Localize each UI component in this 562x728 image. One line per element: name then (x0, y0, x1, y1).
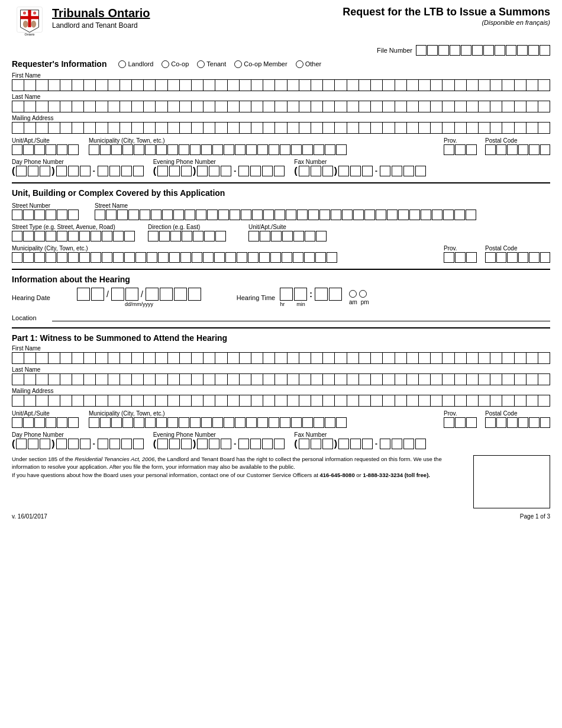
hearing-time-section: Hearing Time : hr min am pm (237, 288, 369, 307)
radio-other[interactable]: Other (296, 60, 322, 68)
file-box-4[interactable] (450, 45, 460, 56)
file-box-11[interactable] (528, 45, 539, 56)
requester-first-name-field[interactable] (12, 79, 550, 91)
radio-label-coop-member: Co-op Member (244, 60, 287, 67)
witness-postal-label: Postal Code (485, 410, 550, 417)
radio-circle-coop[interactable] (162, 60, 169, 68)
requester-evening-phone-label: Evening Phone Number (153, 159, 285, 165)
witness-evening-phone-group: Evening Phone Number ( ) - (153, 429, 285, 449)
requester-muni-group: Municipality (City, Town, etc.) (89, 135, 438, 155)
radio-coop-member[interactable]: Co-op Member (234, 60, 287, 68)
file-box-7[interactable] (483, 45, 494, 56)
am-label: am (349, 299, 357, 305)
witness-first-name-field[interactable] (12, 352, 550, 364)
file-number-row: File Number (12, 45, 550, 56)
witness-muni-group: Municipality (City, Town, etc.) (89, 408, 438, 428)
hr-label: hr (280, 301, 285, 307)
requester-day-phone-group: Day Phone Number ( ) - (12, 156, 144, 176)
radio-tenant[interactable]: Tenant (197, 60, 226, 68)
radio-circle-landlord[interactable] (118, 60, 126, 68)
time-units: hr min (280, 301, 305, 307)
svg-text:Ontario: Ontario (25, 33, 35, 36)
file-number-label: File Number (377, 47, 412, 54)
svg-point-3 (23, 11, 26, 14)
requester-last-name-field[interactable] (12, 101, 550, 112)
requester-unit-group: Unit/Apt./Suite (12, 135, 83, 155)
org-subtitle: Landlord and Tenant Board (52, 21, 150, 30)
witness-mailing-field[interactable] (12, 395, 550, 407)
file-box-3[interactable] (438, 45, 449, 56)
file-box-8[interactable] (495, 45, 505, 56)
witness-section-divider (12, 327, 550, 328)
ampm-labels: am pm (349, 299, 369, 305)
requester-radio-group: Landlord Co-op Tenant Co-op Member Other (118, 60, 321, 68)
witness-prov-label: Prov. (444, 410, 479, 417)
file-box-12[interactable] (540, 45, 550, 56)
radio-circle-other[interactable] (296, 60, 303, 68)
file-number-boxes (416, 45, 550, 56)
file-box-5[interactable] (461, 45, 471, 56)
radio-am[interactable] (349, 290, 357, 298)
org-name: Tribunals Ontario (52, 6, 150, 20)
privacy-signature-box (473, 455, 550, 508)
witness-postal-group: Postal Code (485, 408, 550, 428)
witness-fax-label: Fax Number (294, 431, 426, 438)
hearing-date-boxes: / / (77, 288, 201, 301)
file-box-9[interactable] (506, 45, 516, 56)
direction-group: Direction (e.g. East) (148, 221, 243, 241)
location-row: Location (12, 312, 550, 321)
radio-landlord[interactable]: Landlord (118, 60, 153, 68)
file-box-6[interactable] (472, 45, 483, 56)
unit-address-row: Municipality (City, Town, etc.) Prov. Po… (12, 243, 550, 263)
witness-evening-phone-label: Evening Phone Number (153, 431, 285, 438)
witness-phone-row: Day Phone Number ( ) - Evening Phone Num… (12, 429, 550, 449)
street-num-group: Street Number (12, 200, 89, 220)
svg-point-4 (28, 11, 31, 14)
unit-postal-group: Postal Code (485, 243, 550, 263)
witness-fax-group: Fax Number ( ) - (294, 429, 426, 449)
header-right: Request for the LTB to Issue a Summons (… (343, 6, 550, 26)
requester-mailing-label: Mailing Address (12, 115, 550, 121)
requester-evening-phone-boxes: ( ) - (153, 166, 285, 176)
privacy-text: Under section 185 of the Residential Ten… (12, 455, 467, 508)
witness-address-row2: Unit/Apt./Suite Municipality (City, Town… (12, 408, 550, 428)
file-box-10[interactable] (517, 45, 528, 56)
radio-pm[interactable] (359, 290, 367, 298)
svg-rect-2 (21, 16, 39, 19)
requester-first-name-label: First Name (12, 72, 550, 79)
witness-first-name-label: First Name (12, 345, 550, 352)
requester-phone-row: Day Phone Number ( ) - Evening Phone Num… (12, 156, 550, 176)
unit-small-group: Unit/Apt./Suite (248, 221, 337, 241)
witness-muni-label: Municipality (City, Town, etc.) (89, 410, 438, 417)
unit-postal-label: Postal Code (485, 245, 550, 252)
page-header: Ontario Tribunals Ontario Landlord and T… (12, 6, 550, 41)
requester-mailing-field[interactable] (12, 122, 550, 134)
page-number: Page 1 of 3 (520, 513, 550, 520)
page-footer: v. 16/01/2017 Page 1 of 3 (12, 513, 550, 520)
witness-day-phone-label: Day Phone Number (12, 431, 144, 438)
witness-unit-label: Unit/Apt./Suite (12, 410, 83, 417)
ontario-logo: Ontario (12, 6, 47, 41)
radio-circle-coop-member[interactable] (234, 60, 242, 68)
hearing-row: Hearing Date / / dd/mm/yyyy Hearing Time… (12, 288, 550, 307)
witness-last-name-label: Last Name (12, 366, 550, 373)
unit-prov-group: Prov. (444, 243, 479, 263)
direction-label: Direction (e.g. East) (148, 224, 243, 230)
witness-fax-boxes: ( ) - (294, 439, 426, 449)
min-label: min (296, 301, 305, 307)
file-box-1[interactable] (416, 45, 427, 56)
ampm-wrapper: am pm (349, 290, 369, 305)
ampm-radios (349, 290, 367, 298)
svg-point-6 (23, 21, 28, 28)
privacy-section: Under section 185 of the Residential Ten… (12, 455, 550, 508)
unit-muni-label: Municipality (City, Town, etc.) (12, 245, 438, 252)
street-name-label: Street Name (95, 202, 550, 209)
requester-prov-group: Prov. (444, 135, 479, 155)
location-field[interactable] (52, 312, 550, 321)
radio-circle-tenant[interactable] (197, 60, 205, 68)
radio-coop[interactable]: Co-op (162, 60, 189, 68)
requester-address-row2: Unit/Apt./Suite Municipality (City, Town… (12, 135, 550, 155)
file-box-2[interactable] (427, 45, 438, 56)
witness-last-name-field[interactable] (12, 373, 550, 385)
hearing-section-title: Information about the Hearing (12, 275, 550, 284)
